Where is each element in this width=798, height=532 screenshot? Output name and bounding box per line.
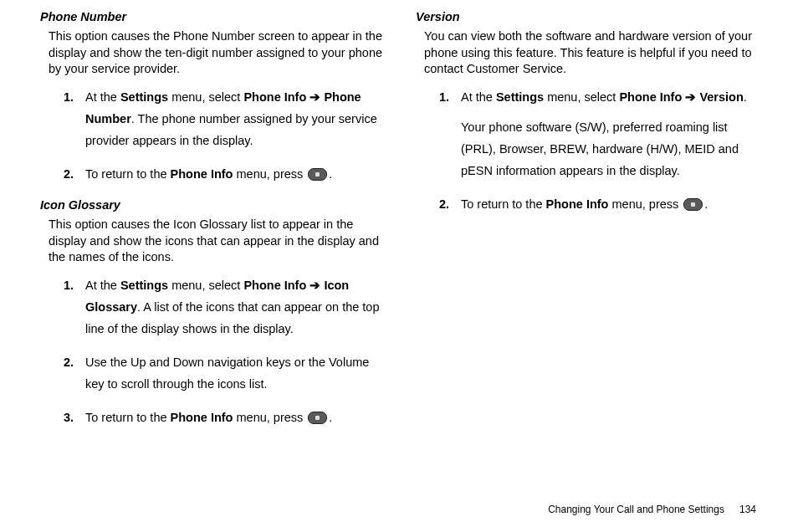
step-number: 3. <box>64 407 85 428</box>
text-fragment: Your phone software (S/W), preferred roa… <box>461 120 739 177</box>
step-item: 1. At the Settings menu, select Phone In… <box>64 274 382 340</box>
step-item: 3. To return to the Phone Info menu, pre… <box>64 407 382 428</box>
right-column: Version You can view both the software a… <box>416 8 758 504</box>
step-number: 2. <box>64 351 85 395</box>
menu-settings: Settings <box>120 90 168 104</box>
menu-phone-info: Phone Info <box>619 90 682 104</box>
text-fragment: menu, press <box>233 167 306 181</box>
text-fragment: menu, select <box>544 90 619 104</box>
menu-phone-info: Phone Info <box>171 167 233 181</box>
footer-page-number: 134 <box>739 504 756 515</box>
steps-icon-glossary: 1. At the Settings menu, select Phone In… <box>64 274 382 441</box>
step-number: 2. <box>64 163 85 185</box>
heading-phone-number: Phone Number <box>40 10 382 23</box>
steps-version: 1. At the Settings menu, select Phone In… <box>439 86 758 227</box>
ok-key-icon <box>308 168 327 181</box>
text-fragment: To return to the <box>461 197 546 211</box>
menu-phone-info: Phone Info <box>243 90 306 104</box>
step-text: At the Settings menu, select Phone Info … <box>85 86 382 151</box>
text-fragment: . <box>704 197 708 211</box>
step-text: Use the Up and Down navigation keys or t… <box>85 351 382 395</box>
step-item: 2. To return to the Phone Info menu, pre… <box>64 163 382 185</box>
content-columns: Phone Number This option causes the Phon… <box>40 8 758 504</box>
step-item: 1. At the Settings menu, select Phone In… <box>439 86 758 182</box>
heading-version: Version <box>416 10 758 23</box>
arrow-icon: ➔ <box>306 279 324 292</box>
step-number: 2. <box>439 193 461 215</box>
step-text: At the Settings menu, select Phone Info … <box>85 274 382 340</box>
paragraph-version-intro: You can view both the software and hardw… <box>424 28 758 78</box>
step-text: To return to the Phone Info menu, press … <box>461 193 758 215</box>
step-number: 1. <box>64 274 85 340</box>
ok-key-icon <box>683 198 703 211</box>
menu-phone-info: Phone Info <box>171 411 233 424</box>
left-column: Phone Number This option causes the Phon… <box>40 8 382 504</box>
ok-key-icon <box>308 412 327 424</box>
step-number: 1. <box>64 86 85 151</box>
step-text: To return to the Phone Info menu, press … <box>85 163 382 185</box>
text-fragment: At the <box>85 90 120 104</box>
page-footer: Changing Your Call and Phone Settings 13… <box>40 504 758 519</box>
step-text: To return to the Phone Info menu, press … <box>85 407 382 428</box>
arrow-icon: ➔ <box>682 90 699 104</box>
step-item: 2. To return to the Phone Info menu, pre… <box>439 193 758 215</box>
text-fragment: To return to the <box>85 167 171 181</box>
text-fragment: To return to the <box>85 411 171 424</box>
step-number: 1. <box>439 86 461 182</box>
arrow-icon: ➔ <box>306 90 324 104</box>
paragraph-phone-number-intro: This option causes the Phone Number scre… <box>49 28 382 78</box>
step-item: 2. Use the Up and Down navigation keys o… <box>64 351 382 395</box>
steps-phone-number: 1. At the Settings menu, select Phone In… <box>64 86 382 197</box>
text-fragment: . <box>329 167 332 181</box>
step-item: 1. At the Settings menu, select Phone In… <box>64 86 382 151</box>
menu-phone-info: Phone Info <box>243 279 306 292</box>
text-fragment: menu, press <box>233 411 306 424</box>
text-fragment: At the <box>461 90 496 104</box>
text-fragment: At the <box>85 279 120 292</box>
text-fragment: . <box>329 411 332 424</box>
menu-settings: Settings <box>120 279 168 292</box>
paragraph-icon-glossary-intro: This option causes the Icon Glossary lis… <box>49 217 382 266</box>
text-fragment: menu, select <box>168 279 243 292</box>
footer-chapter: Changing Your Call and Phone Settings <box>548 504 724 515</box>
menu-settings: Settings <box>496 90 544 104</box>
menu-version: Version <box>699 90 743 104</box>
step-text: At the Settings menu, select Phone Info … <box>461 86 758 182</box>
text-fragment: . <box>744 90 747 104</box>
text-fragment: menu, select <box>168 90 243 104</box>
text-fragment: menu, press <box>608 197 682 211</box>
heading-icon-glossary: Icon Glossary <box>40 198 382 212</box>
menu-phone-info: Phone Info <box>546 197 609 211</box>
